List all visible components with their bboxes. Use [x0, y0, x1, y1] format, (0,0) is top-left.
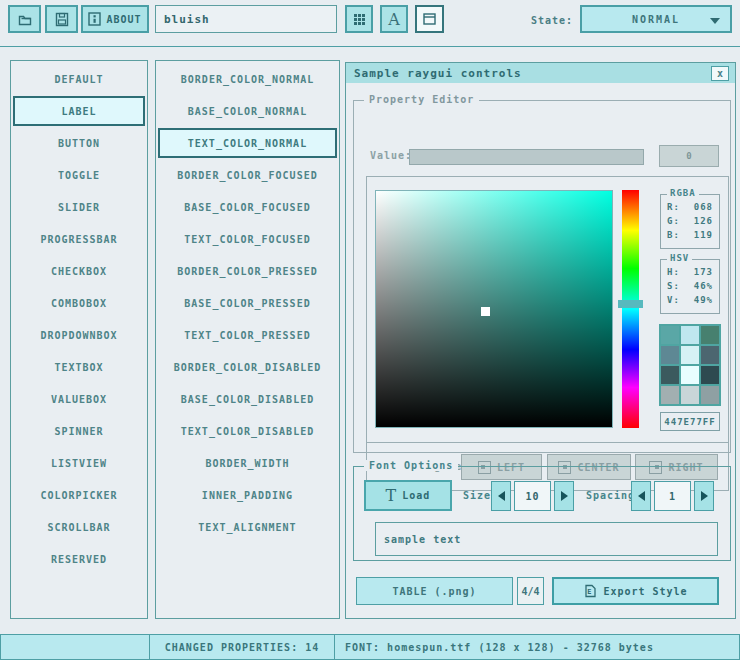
window-titlebar: Sample raygui controls: [346, 63, 735, 83]
control-item[interactable]: COLORPICKER: [13, 480, 145, 510]
load-font-button[interactable]: T Load: [364, 480, 452, 511]
s-value: 46%: [694, 281, 713, 291]
size-decrement-button[interactable]: [491, 481, 511, 511]
about-button-label: ABOUT: [106, 14, 141, 25]
rgba-b-row: B: 119: [661, 230, 719, 240]
color-swatch[interactable]: [701, 346, 719, 364]
property-item[interactable]: BASE_COLOR_FOCUSED: [158, 192, 337, 222]
property-item[interactable]: BORDER_COLOR_NORMAL: [158, 64, 337, 94]
grid-icon: [353, 13, 366, 26]
property-item[interactable]: BASE_COLOR_NORMAL: [158, 96, 337, 126]
control-item[interactable]: SPINNER: [13, 416, 145, 446]
control-item[interactable]: CHECKBOX: [13, 256, 145, 286]
control-item[interactable]: LISTVIEW: [13, 448, 145, 478]
style-name-input[interactable]: [155, 5, 337, 33]
sample-window-toggle-button[interactable]: [415, 5, 444, 33]
control-item[interactable]: DROPDOWNBOX: [13, 320, 145, 350]
property-item[interactable]: TEXT_COLOR_DISABLED: [158, 416, 337, 446]
rgba-group-label: RGBA: [667, 188, 699, 198]
spacing-decrement-button[interactable]: [631, 481, 651, 511]
r-value: 068: [694, 202, 713, 212]
color-swatch-grid: [659, 324, 721, 406]
property-editor-group: Property Editor Value: 0 RGBA R: 068: [353, 100, 731, 453]
sample-controls-window: Sample raygui controls x Property Editor…: [345, 62, 736, 619]
status-bar: CHANGED PROPERTIES: 14 FONT: homespun.tt…: [0, 634, 740, 660]
export-style-button[interactable]: E Export Style: [552, 577, 719, 605]
chevron-down-icon: [710, 18, 720, 24]
property-item[interactable]: BORDER_COLOR_DISABLED: [158, 352, 337, 382]
color-swatch[interactable]: [701, 326, 719, 344]
color-swatch[interactable]: [661, 386, 679, 404]
control-item[interactable]: DEFAULT: [13, 64, 145, 94]
size-increment-button[interactable]: [554, 481, 574, 511]
property-item[interactable]: TEXT_ALIGNMENT: [158, 512, 337, 542]
rgba-g-row: G: 126: [661, 216, 719, 226]
about-button[interactable]: ABOUT: [81, 5, 149, 33]
property-item-selected[interactable]: TEXT_COLOR_NORMAL: [158, 128, 337, 158]
control-item[interactable]: VALUEBOX: [13, 384, 145, 414]
s-label: S:: [667, 281, 680, 291]
v-label: V:: [667, 295, 680, 305]
color-swatch[interactable]: [661, 366, 679, 384]
info-icon: [88, 12, 101, 26]
property-item[interactable]: BORDER_WIDTH: [158, 448, 337, 478]
format-page-indicator[interactable]: 4/4: [517, 577, 544, 605]
rgba-group: RGBA R: 068 G: 126 B: 119: [660, 194, 720, 249]
close-button[interactable]: x: [711, 66, 729, 81]
hsv-h-row: H: 173: [661, 267, 719, 277]
hue-slider-handle[interactable]: [618, 300, 643, 308]
rgba-r-row: R: 068: [661, 202, 719, 212]
property-item[interactable]: TEXT_COLOR_PRESSED: [158, 320, 337, 350]
save-file-button[interactable]: [45, 5, 78, 33]
color-picker-cursor[interactable]: [481, 307, 490, 316]
color-swatch[interactable]: [681, 326, 699, 344]
property-item[interactable]: TEXT_COLOR_FOCUSED: [158, 224, 337, 254]
property-item[interactable]: BORDER_COLOR_PRESSED: [158, 256, 337, 286]
hex-value-textbox[interactable]: 447E77FF: [660, 412, 720, 431]
property-item[interactable]: BASE_COLOR_PRESSED: [158, 288, 337, 318]
font-view-button[interactable]: A: [380, 5, 408, 33]
b-value: 119: [694, 230, 713, 240]
control-item[interactable]: PROGRESSBAR: [13, 224, 145, 254]
h-label: H:: [667, 267, 680, 277]
control-item[interactable]: BUTTON: [13, 128, 145, 158]
color-swatch[interactable]: [661, 326, 679, 344]
controls-listview: DEFAULT LABEL BUTTON TOGGLE SLIDER PROGR…: [10, 60, 148, 619]
export-format-dropdown[interactable]: TABLE (.png): [356, 577, 513, 605]
property-item[interactable]: BASE_COLOR_DISABLED: [158, 384, 337, 414]
color-swatch[interactable]: [681, 366, 699, 384]
left-arrow-icon: [638, 491, 645, 501]
spacing-increment-button[interactable]: [694, 481, 714, 511]
left-arrow-icon: [498, 491, 505, 501]
spacing-value-box[interactable]: 1: [654, 481, 691, 511]
control-item[interactable]: SLIDER: [13, 192, 145, 222]
control-item[interactable]: TEXTBOX: [13, 352, 145, 382]
hsv-s-row: S: 46%: [661, 281, 719, 291]
control-item[interactable]: SCROLLBAR: [13, 512, 145, 542]
color-swatch[interactable]: [681, 386, 699, 404]
hue-slider[interactable]: [622, 190, 639, 428]
size-value-box[interactable]: 10: [514, 481, 551, 511]
color-swatch[interactable]: [661, 346, 679, 364]
color-swatch[interactable]: [701, 386, 719, 404]
control-item[interactable]: RESERVED: [13, 544, 145, 574]
color-swatch[interactable]: [681, 346, 699, 364]
property-item[interactable]: BORDER_COLOR_FOCUSED: [158, 160, 337, 190]
hsv-v-row: V: 49%: [661, 295, 719, 305]
hsv-group-label: HSV: [667, 253, 692, 263]
property-editor-group-label: Property Editor: [364, 94, 479, 105]
text-glyph-icon: T: [386, 486, 397, 505]
close-icon: x: [717, 68, 723, 79]
r-label: R:: [667, 202, 680, 212]
control-item-selected[interactable]: LABEL: [13, 96, 145, 126]
state-dropdown[interactable]: NORMAL: [580, 5, 732, 33]
property-item[interactable]: INNER_PADDING: [158, 480, 337, 510]
sample-text-textbox[interactable]: sample text: [375, 522, 718, 556]
color-picker-area[interactable]: [375, 190, 613, 428]
value-button: 0: [659, 145, 719, 167]
color-swatch[interactable]: [701, 366, 719, 384]
style-table-view-button[interactable]: [345, 5, 373, 33]
open-file-button[interactable]: [8, 5, 41, 33]
control-item[interactable]: TOGGLE: [13, 160, 145, 190]
control-item[interactable]: COMBOBOX: [13, 288, 145, 318]
